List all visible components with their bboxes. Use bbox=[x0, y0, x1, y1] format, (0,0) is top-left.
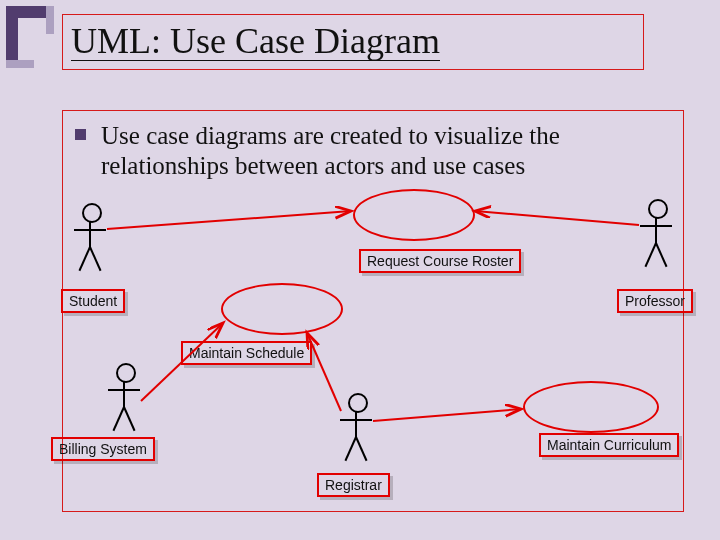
billing-system-label: Billing System bbox=[51, 437, 155, 461]
request-course-roster-ellipse bbox=[221, 283, 343, 335]
maintain-schedule-label: Maintain Schedule bbox=[181, 341, 312, 365]
maintain-curriculum-ellipse bbox=[523, 381, 659, 433]
slide-corner-decoration bbox=[6, 6, 54, 68]
register-for-courses-ellipse bbox=[353, 189, 475, 241]
bullet-icon bbox=[75, 129, 86, 140]
assoc-professor-request bbox=[475, 211, 639, 225]
content-container: Use case diagrams are created to visuali… bbox=[62, 110, 684, 512]
bullet-text: Use case diagrams are created to visuali… bbox=[101, 121, 661, 181]
slide: UML: Use Case Diagram Use case diagrams … bbox=[0, 0, 720, 540]
billing-system-actor-icon bbox=[109, 363, 139, 437]
student-actor-icon bbox=[75, 203, 105, 277]
professor-actor-icon bbox=[641, 199, 671, 273]
registrar-actor-icon bbox=[341, 393, 371, 467]
request-course-roster-label: Request Course Roster bbox=[359, 249, 521, 273]
title-container: UML: Use Case Diagram bbox=[62, 14, 644, 70]
maintain-curriculum-label: Maintain Curriculum bbox=[539, 433, 679, 457]
slide-title: UML: Use Case Diagram bbox=[71, 23, 440, 62]
assoc-student-register bbox=[107, 211, 351, 229]
assoc-registrar-curriculum bbox=[373, 409, 521, 421]
student-label: Student bbox=[61, 289, 125, 313]
professor-label: Professor bbox=[617, 289, 693, 313]
registrar-label: Registrar bbox=[317, 473, 390, 497]
